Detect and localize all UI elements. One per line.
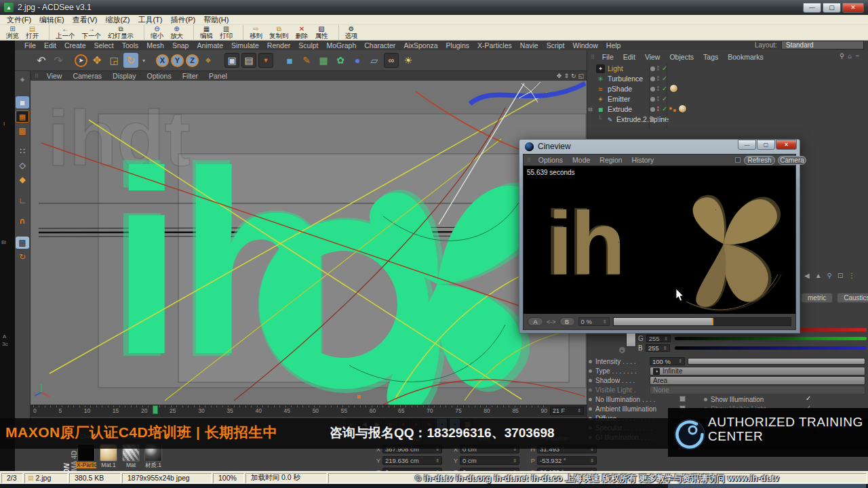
c4d-menu-item[interactable]: Help [602, 41, 625, 49]
acdsee-menu-item[interactable]: 帮助(H) [199, 15, 233, 25]
object-manager-menu-item[interactable]: Edit [618, 53, 640, 61]
c4d-menu-item[interactable]: Select [90, 41, 118, 49]
timeline-ruler[interactable]: 051015202530354045505560657075808590 21 … [31, 405, 587, 416]
c4d-tool-icon[interactable]: ▦ [316, 53, 331, 68]
acdsee-toolbar-button[interactable]: ▦ 编辑 [193, 25, 216, 41]
c4d-tool-icon[interactable]: ◲ [106, 53, 121, 68]
object-manager-menu-item[interactable]: View [640, 53, 665, 61]
c4d-tool-icon[interactable]: ⌖ [201, 53, 216, 68]
minimize-button[interactable]: — [803, 3, 821, 13]
grip-icon[interactable]: ⠿ [591, 54, 595, 60]
c4d-menu-item[interactable]: Sculpt [294, 41, 322, 49]
c4d-mode-icon[interactable]: ■ [16, 96, 29, 108]
object-manager-icon[interactable]: ⚲ [840, 52, 844, 60]
render-progress-bar[interactable] [613, 317, 791, 326]
cineview-checkbox[interactable] [735, 157, 741, 163]
xp-tag-dot[interactable] [669, 107, 672, 110]
viewport-menu-item[interactable]: Display [107, 72, 141, 80]
attribute-tab[interactable]: Caustics [837, 293, 868, 303]
c4d-tool-icon[interactable]: Z [186, 54, 199, 67]
coordinate-field[interactable]: -53.932 °⇕ [537, 456, 597, 465]
object-manager-menu-item[interactable]: Objects [665, 53, 698, 61]
frame-counter-field[interactable]: 21 F⇕ [550, 407, 584, 415]
green-value-field[interactable]: 255⇕ [646, 335, 671, 342]
acdsee-toolbar-button[interactable]: ⊖ 缩小 [144, 25, 167, 41]
shadow-dropdown[interactable]: Area [650, 376, 865, 385]
attribute-nav-icon[interactable]: ⚲ [827, 272, 832, 279]
visibility-dot[interactable] [650, 77, 655, 81]
c4d-tool-icon[interactable]: ✥ [90, 53, 104, 68]
acdsee-toolbar-button[interactable]: ⊕ 放大 [167, 25, 186, 41]
object-row-extrude-spline[interactable]: └ ✎ Extrude.2.Spline ✓ [587, 115, 868, 125]
object-manager-menu-item[interactable]: File [597, 53, 618, 61]
c4d-tool-icon[interactable]: X [156, 54, 169, 67]
cineview-menu-item[interactable]: Options [534, 156, 568, 164]
render-dots[interactable] [657, 66, 659, 70]
object-manager-icon[interactable]: ⌂ [848, 52, 852, 60]
material-tag[interactable] [669, 84, 678, 93]
cineview-window[interactable]: Cineview — ▢ ✕ ⠿ OptionsModeRegionHistor… [519, 139, 800, 333]
acdsee-menu-item[interactable]: 工具(T) [134, 15, 166, 25]
c4d-menu-item[interactable]: File [20, 41, 40, 49]
cineview-menu-item[interactable]: Region [595, 156, 627, 164]
c4d-mode-icon[interactable]: ▩ [16, 125, 29, 137]
refresh-button[interactable]: Refresh [744, 156, 775, 165]
c4d-menu-item[interactable]: AixSponza [399, 41, 441, 49]
close-button[interactable]: ✕ [842, 3, 864, 13]
c4d-mode-icon[interactable]: ∟ [16, 195, 29, 207]
viewport-nav-icon[interactable]: ◱ [578, 73, 584, 79]
object-row-light[interactable]: ✦ Light ✓ [587, 64, 868, 74]
type-dropdown[interactable]: ◑Infinite [650, 367, 865, 375]
acdsee-toolbar-button[interactable]: ⧉ 幻灯显示 [104, 25, 137, 41]
c4d-mode-icon[interactable]: ◇ [16, 159, 29, 171]
expander-icon[interactable]: ⊟ [588, 106, 593, 113]
c4d-tool-icon[interactable]: ↶ [34, 53, 49, 68]
blue-channel-bar[interactable] [675, 346, 867, 350]
object-name[interactable]: Emitter [608, 95, 630, 103]
c4d-tool-icon[interactable]: ▾ [140, 53, 147, 68]
viewport-menu-item[interactable]: Filter [177, 72, 203, 80]
c4d-menu-item[interactable]: Simulate [227, 41, 263, 49]
viewport-menu-item[interactable]: Cameras [67, 72, 107, 80]
acdsee-toolbar-button[interactable]: ⧉ 复制到 [266, 25, 292, 41]
c4d-menu-item[interactable]: Character [360, 41, 399, 49]
acdsee-menu-item[interactable]: 文件(F) [3, 15, 35, 25]
green-channel-bar[interactable] [675, 337, 867, 340]
c4d-tool-icon[interactable]: ➤ [75, 54, 87, 67]
c4d-tool-icon[interactable]: ☀ [401, 53, 416, 68]
render-dots[interactable] [657, 76, 659, 81]
object-row-extrude[interactable]: ⊟ ■ Extrude ✓ [587, 104, 868, 115]
c4d-menu-item[interactable]: Mesh [142, 41, 168, 49]
c4d-menu-item[interactable]: X-Particles [473, 41, 516, 49]
render-dots[interactable] [657, 86, 659, 91]
maximize-button[interactable]: ▢ [823, 3, 841, 13]
blend-percent-field[interactable]: 0 %⇕ [578, 317, 610, 326]
viewport-nav-icon[interactable]: ↻ [571, 73, 576, 79]
attribute-nav-icon[interactable]: ⊡ [837, 272, 843, 279]
c4d-menu-item[interactable]: Edit [40, 41, 60, 49]
c4d-tool-icon[interactable]: ∞ [384, 53, 399, 68]
object-row-pshade[interactable]: ≈ pShade ✓ [587, 84, 868, 94]
c4d-mode-icon[interactable]: ∷ [16, 145, 29, 157]
acdsee-toolbar-button[interactable]: ▧ 属性 [312, 25, 332, 41]
layout-dropdown[interactable]: Standard [781, 41, 864, 49]
c4d-tool-icon[interactable]: ▱ [367, 53, 382, 68]
c4d-menu-item[interactable]: Window [569, 41, 602, 49]
visibility-dot[interactable] [650, 87, 655, 92]
c4d-menu-item[interactable]: Script [542, 41, 569, 49]
acdsee-menu-item[interactable]: 插件(P) [166, 15, 199, 25]
c4d-tool-icon[interactable]: ● [350, 53, 365, 68]
render-dots[interactable] [657, 96, 659, 101]
timeline-playhead[interactable] [153, 405, 158, 414]
c4d-menu-item[interactable]: Animate [193, 41, 227, 49]
no-illumination-checkbox[interactable] [679, 396, 686, 402]
viewport-menu-item[interactable]: View [41, 72, 68, 80]
c4d-tool-icon[interactable]: ↻ [123, 53, 138, 68]
c4d-mode-icon[interactable]: ↻ [16, 251, 29, 263]
object-manager-menu-item[interactable]: Tags [698, 53, 723, 61]
viewport-menu-item[interactable]: Panel [203, 72, 233, 80]
acdsee-menu-item[interactable]: 编辑(E) [35, 15, 68, 25]
c4d-tool-icon[interactable]: Y [171, 54, 184, 67]
object-name[interactable]: Extrude.2.Spline [616, 115, 669, 123]
c4d-mode-icon[interactable]: ▦ [16, 110, 29, 123]
